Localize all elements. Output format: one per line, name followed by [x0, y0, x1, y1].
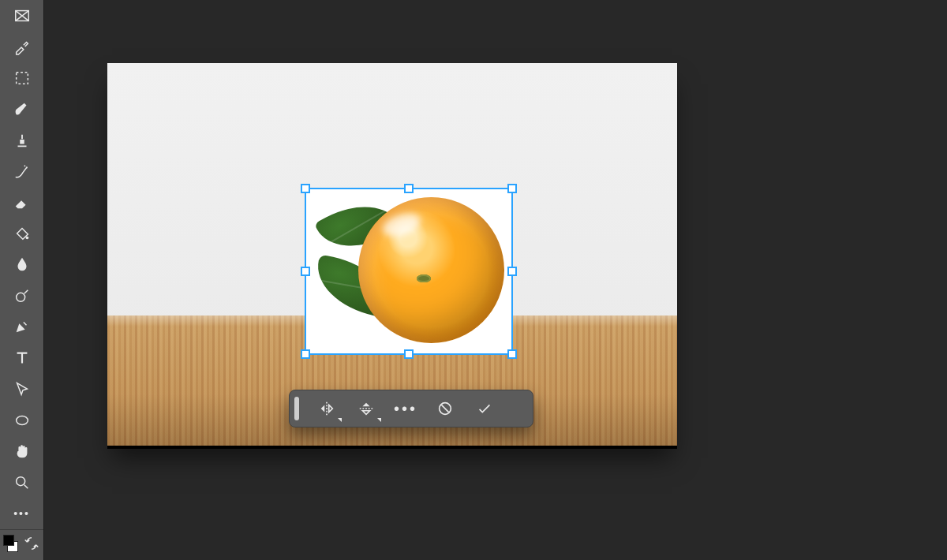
flip-horizontal-icon [318, 400, 335, 417]
transform-handle-bottom-middle[interactable] [404, 349, 414, 359]
healing-brush-tool-icon [13, 162, 31, 180]
shape-tool-icon [13, 412, 31, 429]
workspace: ••• [44, 0, 947, 560]
orange-graphic [358, 197, 504, 343]
pen-tool[interactable] [6, 312, 38, 342]
transform-handle-top-middle[interactable] [404, 184, 414, 193]
clone-stamp-tool[interactable] [6, 125, 38, 155]
hand-tool[interactable] [6, 436, 38, 467]
commit-place-button[interactable] [466, 393, 503, 424]
brush-tool-icon [13, 100, 31, 118]
type-tool-icon [13, 349, 31, 367]
marquee-tool-icon [13, 69, 31, 87]
brush-tool[interactable] [6, 93, 38, 124]
artboard-tool-icon [13, 7, 31, 24]
swap-colors-icon [23, 535, 40, 552]
flip-horizontal-button[interactable] [309, 393, 345, 424]
submenu-indicator-icon [338, 418, 342, 422]
shape-tool[interactable] [6, 405, 38, 435]
transform-handle-bottom-left[interactable] [301, 349, 310, 359]
swap-colors-button[interactable] [23, 535, 40, 552]
eyedropper-tool-icon [13, 38, 31, 55]
paint-bucket-tool[interactable] [6, 218, 38, 248]
svg-point-2 [25, 237, 28, 240]
toolbar-grip[interactable] [294, 397, 299, 420]
transform-handle-top-right[interactable] [507, 184, 517, 193]
svg-rect-1 [16, 72, 28, 84]
cancel-place-button[interactable] [427, 393, 463, 424]
paint-bucket-tool-icon [13, 225, 31, 242]
dodge-tool[interactable] [6, 280, 38, 311]
flip-vertical-icon [357, 400, 375, 417]
path-selection-tool[interactable] [6, 374, 38, 405]
place-transform-toolbar[interactable]: ••• [289, 390, 533, 427]
svg-point-3 [16, 293, 24, 301]
blur-tool-icon [13, 256, 31, 273]
more-options-icon: ••• [394, 400, 417, 418]
svg-point-5 [16, 476, 24, 485]
submenu-indicator-icon [377, 418, 381, 422]
eraser-tool[interactable] [6, 187, 38, 218]
toolbar-footer [0, 529, 43, 560]
transform-handle-middle-right[interactable] [507, 267, 517, 276]
svg-point-4 [16, 416, 28, 424]
color-swatches[interactable] [3, 535, 18, 552]
commit-icon [476, 400, 493, 417]
path-selection-tool-icon [13, 380, 31, 398]
transform-handle-middle-left[interactable] [301, 267, 310, 276]
document-canvas[interactable]: ••• [107, 63, 677, 446]
transform-handle-bottom-right[interactable] [507, 349, 517, 359]
artboard-tool[interactable] [6, 0, 38, 31]
hand-tool-icon [13, 442, 31, 460]
edit-toolbar-button[interactable]: ••• [6, 498, 38, 529]
eyedropper-tool[interactable] [6, 31, 38, 62]
placed-layer[interactable] [306, 189, 511, 353]
eraser-tool-icon [13, 194, 31, 211]
edit-toolbar-icon: ••• [13, 507, 30, 520]
pen-tool-icon [13, 318, 31, 335]
dodge-tool-icon [13, 287, 31, 304]
zoom-tool[interactable] [6, 467, 38, 498]
more-options-button[interactable]: ••• [387, 393, 424, 424]
foreground-color-swatch[interactable] [3, 535, 14, 546]
tools-panel: ••• [0, 0, 44, 560]
type-tool[interactable] [6, 342, 38, 373]
clone-stamp-tool-icon [13, 132, 31, 149]
healing-brush-tool[interactable] [6, 155, 38, 186]
cancel-icon [436, 400, 454, 417]
transform-handle-top-left[interactable] [301, 184, 310, 193]
flip-vertical-button[interactable] [348, 393, 384, 424]
zoom-tool-icon [13, 474, 31, 491]
marquee-tool[interactable] [6, 62, 38, 93]
blur-tool[interactable] [6, 249, 38, 280]
